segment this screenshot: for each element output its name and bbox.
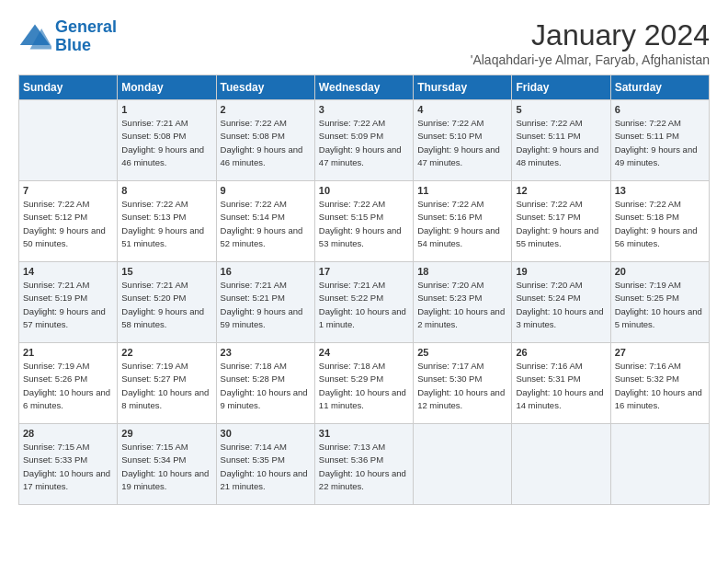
day-info: Sunrise: 7:19 AMSunset: 5:27 PMDaylight:… — [121, 360, 211, 412]
calendar-cell: 3Sunrise: 7:22 AMSunset: 5:09 PMDaylight… — [314, 100, 413, 181]
day-info: Sunrise: 7:22 AMSunset: 5:12 PMDaylight:… — [23, 198, 113, 250]
week-row-2: 7Sunrise: 7:22 AMSunset: 5:12 PMDaylight… — [19, 181, 710, 262]
day-number: 21 — [23, 347, 113, 358]
col-header-monday: Monday — [118, 75, 216, 100]
calendar-cell: 8Sunrise: 7:22 AMSunset: 5:13 PMDaylight… — [118, 181, 216, 262]
week-row-4: 21Sunrise: 7:19 AMSunset: 5:26 PMDayligh… — [19, 343, 710, 424]
day-number: 1 — [121, 104, 211, 115]
day-number: 10 — [319, 185, 409, 196]
calendar-cell: 10Sunrise: 7:22 AMSunset: 5:15 PMDayligh… — [314, 181, 413, 262]
calendar-cell — [19, 100, 118, 181]
day-number: 30 — [221, 428, 311, 439]
day-info: Sunrise: 7:19 AMSunset: 5:26 PMDaylight:… — [23, 360, 113, 412]
calendar-cell — [414, 424, 512, 505]
day-info: Sunrise: 7:22 AMSunset: 5:11 PMDaylight:… — [615, 117, 705, 169]
calendar-cell: 29Sunrise: 7:15 AMSunset: 5:34 PMDayligh… — [118, 424, 216, 505]
logo: General Blue — [18, 18, 117, 55]
day-number: 19 — [516, 266, 606, 277]
calendar-cell: 4Sunrise: 7:22 AMSunset: 5:10 PMDaylight… — [414, 100, 512, 181]
day-info: Sunrise: 7:22 AMSunset: 5:15 PMDaylight:… — [319, 198, 409, 250]
calendar-cell: 6Sunrise: 7:22 AMSunset: 5:11 PMDaylight… — [610, 100, 709, 181]
calendar-cell: 17Sunrise: 7:21 AMSunset: 5:22 PMDayligh… — [314, 262, 413, 343]
day-info: Sunrise: 7:22 AMSunset: 5:17 PMDaylight:… — [516, 198, 606, 250]
day-info: Sunrise: 7:20 AMSunset: 5:23 PMDaylight:… — [417, 279, 507, 331]
day-info: Sunrise: 7:16 AMSunset: 5:31 PMDaylight:… — [516, 360, 606, 412]
day-number: 31 — [319, 428, 409, 439]
day-number: 25 — [417, 347, 507, 358]
calendar-cell: 2Sunrise: 7:22 AMSunset: 5:08 PMDaylight… — [216, 100, 314, 181]
day-number: 20 — [615, 266, 705, 277]
day-number: 6 — [615, 104, 705, 115]
day-number: 28 — [23, 428, 113, 439]
calendar-cell: 27Sunrise: 7:16 AMSunset: 5:32 PMDayligh… — [610, 343, 709, 424]
col-header-saturday: Saturday — [610, 75, 709, 100]
day-number: 18 — [417, 266, 507, 277]
col-header-sunday: Sunday — [19, 75, 118, 100]
calendar-cell: 11Sunrise: 7:22 AMSunset: 5:16 PMDayligh… — [414, 181, 512, 262]
day-info: Sunrise: 7:21 AMSunset: 5:08 PMDaylight:… — [121, 117, 211, 169]
day-info: Sunrise: 7:22 AMSunset: 5:18 PMDaylight:… — [615, 198, 705, 250]
day-number: 12 — [516, 185, 606, 196]
calendar-cell: 1Sunrise: 7:21 AMSunset: 5:08 PMDaylight… — [118, 100, 216, 181]
day-info: Sunrise: 7:15 AMSunset: 5:34 PMDaylight:… — [121, 441, 211, 493]
day-info: Sunrise: 7:22 AMSunset: 5:10 PMDaylight:… — [417, 117, 507, 169]
col-header-tuesday: Tuesday — [216, 75, 314, 100]
day-number: 16 — [221, 266, 311, 277]
calendar-cell: 25Sunrise: 7:17 AMSunset: 5:30 PMDayligh… — [414, 343, 512, 424]
week-row-1: 1Sunrise: 7:21 AMSunset: 5:08 PMDaylight… — [19, 100, 710, 181]
col-header-thursday: Thursday — [414, 75, 512, 100]
day-info: Sunrise: 7:21 AMSunset: 5:22 PMDaylight:… — [319, 279, 409, 331]
logo-text: General Blue — [55, 18, 117, 55]
day-info: Sunrise: 7:21 AMSunset: 5:19 PMDaylight:… — [23, 279, 113, 331]
day-info: Sunrise: 7:22 AMSunset: 5:09 PMDaylight:… — [319, 117, 409, 169]
day-number: 8 — [121, 185, 211, 196]
location-text: 'Alaqahdari-ye Almar, Faryab, Afghanista… — [471, 52, 710, 67]
calendar-cell — [512, 424, 610, 505]
day-info: Sunrise: 7:18 AMSunset: 5:29 PMDaylight:… — [319, 360, 409, 412]
calendar-cell: 9Sunrise: 7:22 AMSunset: 5:14 PMDaylight… — [216, 181, 314, 262]
calendar-cell: 23Sunrise: 7:18 AMSunset: 5:28 PMDayligh… — [216, 343, 314, 424]
header-row: SundayMondayTuesdayWednesdayThursdayFrid… — [19, 75, 710, 100]
day-number: 29 — [121, 428, 211, 439]
logo-blue: Blue — [55, 36, 91, 54]
logo-icon — [18, 20, 51, 53]
day-info: Sunrise: 7:22 AMSunset: 5:08 PMDaylight:… — [221, 117, 311, 169]
day-number: 11 — [417, 185, 507, 196]
day-number: 13 — [615, 185, 705, 196]
day-info: Sunrise: 7:13 AMSunset: 5:36 PMDaylight:… — [319, 441, 409, 493]
calendar-cell: 14Sunrise: 7:21 AMSunset: 5:19 PMDayligh… — [19, 262, 118, 343]
calendar-cell: 22Sunrise: 7:19 AMSunset: 5:27 PMDayligh… — [118, 343, 216, 424]
month-title: January 2024 — [471, 18, 710, 52]
day-info: Sunrise: 7:16 AMSunset: 5:32 PMDaylight:… — [615, 360, 705, 412]
day-number: 26 — [516, 347, 606, 358]
day-info: Sunrise: 7:22 AMSunset: 5:16 PMDaylight:… — [417, 198, 507, 250]
day-number: 15 — [121, 266, 211, 277]
day-number: 2 — [221, 104, 311, 115]
day-info: Sunrise: 7:21 AMSunset: 5:20 PMDaylight:… — [121, 279, 211, 331]
col-header-friday: Friday — [512, 75, 610, 100]
day-info: Sunrise: 7:14 AMSunset: 5:35 PMDaylight:… — [221, 441, 311, 493]
calendar-cell: 24Sunrise: 7:18 AMSunset: 5:29 PMDayligh… — [314, 343, 413, 424]
day-number: 23 — [221, 347, 311, 358]
day-number: 7 — [23, 185, 113, 196]
logo-general: General — [55, 17, 117, 36]
calendar-cell: 30Sunrise: 7:14 AMSunset: 5:35 PMDayligh… — [216, 424, 314, 505]
calendar-cell: 16Sunrise: 7:21 AMSunset: 5:21 PMDayligh… — [216, 262, 314, 343]
day-info: Sunrise: 7:18 AMSunset: 5:28 PMDaylight:… — [221, 360, 311, 412]
day-number: 24 — [319, 347, 409, 358]
day-info: Sunrise: 7:20 AMSunset: 5:24 PMDaylight:… — [516, 279, 606, 331]
calendar-cell: 31Sunrise: 7:13 AMSunset: 5:36 PMDayligh… — [314, 424, 413, 505]
calendar-table: SundayMondayTuesdayWednesdayThursdayFrid… — [18, 75, 710, 505]
day-number: 17 — [319, 266, 409, 277]
day-info: Sunrise: 7:17 AMSunset: 5:30 PMDaylight:… — [417, 360, 507, 412]
day-info: Sunrise: 7:22 AMSunset: 5:11 PMDaylight:… — [516, 117, 606, 169]
col-header-wednesday: Wednesday — [314, 75, 413, 100]
day-number: 27 — [615, 347, 705, 358]
title-block: January 2024 'Alaqahdari-ye Almar, Farya… — [471, 18, 710, 67]
calendar-cell: 12Sunrise: 7:22 AMSunset: 5:17 PMDayligh… — [512, 181, 610, 262]
calendar-cell: 21Sunrise: 7:19 AMSunset: 5:26 PMDayligh… — [19, 343, 118, 424]
calendar-cell: 28Sunrise: 7:15 AMSunset: 5:33 PMDayligh… — [19, 424, 118, 505]
calendar-cell: 18Sunrise: 7:20 AMSunset: 5:23 PMDayligh… — [414, 262, 512, 343]
day-number: 14 — [23, 266, 113, 277]
day-info: Sunrise: 7:22 AMSunset: 5:14 PMDaylight:… — [221, 198, 311, 250]
